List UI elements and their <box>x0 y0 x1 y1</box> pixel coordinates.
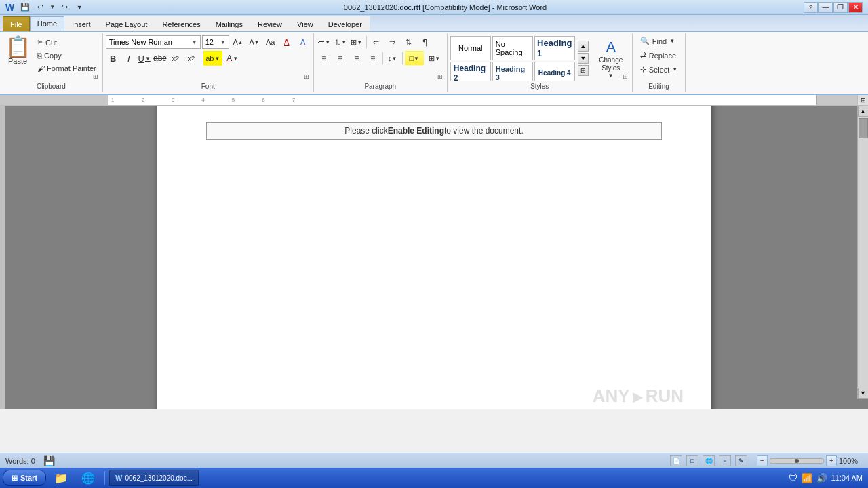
bold-button[interactable]: B <box>106 51 121 66</box>
decrease-indent-button[interactable]: ⇐ <box>369 35 384 49</box>
font-size-box[interactable]: 12 ▼ <box>202 35 229 49</box>
right-scrollbar-track[interactable]: ▲ ▼ <box>857 106 868 399</box>
bullets-button[interactable]: ≔▼ <box>317 35 332 49</box>
paste-button[interactable]: 📋 Paste <box>3 35 33 78</box>
scroll-up-button[interactable]: ▲ <box>858 106 869 117</box>
italic-button[interactable]: I <box>121 51 136 66</box>
change-case-button[interactable]: Aa <box>263 35 278 49</box>
zoom-percent: 100% <box>839 457 863 465</box>
font-color-button[interactable]: A▼ <box>223 51 242 66</box>
style-heading1[interactable]: Heading 1 <box>534 36 575 60</box>
find-button[interactable]: 🔍 Find ▼ <box>635 35 679 47</box>
tab-row: File Home Insert Page Layout References … <box>0 15 868 31</box>
taskbar-browser-button[interactable]: 🌐 <box>76 470 100 486</box>
font-name-box[interactable]: Times New Roman ▼ <box>106 35 201 49</box>
scrollbar-thumb[interactable] <box>859 118 868 138</box>
save-button[interactable]: 💾 <box>18 1 32 14</box>
text-effects-button[interactable]: A <box>296 35 311 49</box>
shrink-font-button[interactable]: A▼ <box>247 35 262 49</box>
show-paragraph-marks-button[interactable]: ¶ <box>418 35 433 49</box>
font-expander[interactable]: ⊞ <box>304 73 312 81</box>
align-right-button[interactable]: ≡ <box>349 51 364 66</box>
tray-clock: 11:04 AM <box>831 474 863 482</box>
increase-indent-button[interactable]: ⇒ <box>385 35 400 49</box>
text-highlight-button[interactable]: ab▼ <box>203 51 222 66</box>
redo-button[interactable]: ↪ <box>58 1 71 14</box>
superscript-button[interactable]: x2 <box>184 51 199 66</box>
style-heading3[interactable]: Heading 3 <box>492 62 533 81</box>
help-button[interactable]: ? <box>804 2 818 13</box>
style-heading4[interactable]: Heading 4 <box>534 62 575 81</box>
tab-view[interactable]: View <box>290 16 321 31</box>
line-spacing-button[interactable]: ↕▼ <box>385 51 400 66</box>
scroll-down-button[interactable]: ▼ <box>858 388 869 399</box>
minimize-button[interactable]: — <box>818 2 833 13</box>
sort-button[interactable]: ⇅ <box>401 35 416 49</box>
clear-format-button[interactable]: A <box>279 35 294 49</box>
word-count: Words: 0 <box>5 457 35 465</box>
format-painter-icon: 🖌 <box>37 64 45 73</box>
undo-dropdown[interactable]: ▼ <box>48 1 56 14</box>
underline-button[interactable]: U▼ <box>137 51 152 66</box>
tab-page-layout[interactable]: Page Layout <box>98 16 155 31</box>
zoom-out-button[interactable]: − <box>757 455 768 466</box>
borders-button[interactable]: ⊞▼ <box>425 51 444 66</box>
styles-scroll-down[interactable]: ▼ <box>578 53 589 64</box>
vertical-scrollbar[interactable] <box>0 106 5 409</box>
tab-developer[interactable]: Developer <box>321 16 370 31</box>
format-painter-button[interactable]: 🖌 Format Painter <box>34 62 100 75</box>
strikethrough-button[interactable]: abc <box>153 51 167 66</box>
clipboard-expander[interactable]: ⊞ <box>93 73 101 81</box>
style-normal[interactable]: Normal <box>450 36 491 60</box>
shading-button[interactable]: □▼ <box>405 51 424 66</box>
styles-expander[interactable]: ⊞ <box>623 73 631 81</box>
view-mode-outline[interactable]: ≡ <box>719 455 731 466</box>
taskbar-word-button[interactable]: W 0062_13012020.doc... <box>109 470 199 486</box>
paragraph-expander[interactable]: ⊞ <box>437 73 446 81</box>
cut-button[interactable]: ✂ Cut <box>34 36 100 49</box>
start-button[interactable]: ⊞ Start <box>3 470 46 486</box>
tab-home[interactable]: Home <box>30 16 64 31</box>
subscript-button[interactable]: x2 <box>168 51 183 66</box>
customize-qat[interactable]: ▼ <box>73 1 86 14</box>
align-left-button[interactable]: ≡ <box>317 51 332 66</box>
justify-button[interactable]: ≡ <box>366 51 380 66</box>
restore-button[interactable]: ❐ <box>833 2 848 13</box>
styles-more[interactable]: ⊞ <box>578 65 589 76</box>
style-no-spacing[interactable]: No Spacing <box>492 36 533 60</box>
view-mode-full[interactable]: □ <box>686 455 698 466</box>
select-button[interactable]: ⊹ Select ▼ <box>635 63 683 76</box>
tab-mailings[interactable]: Mailings <box>208 16 250 31</box>
enable-editing-bar: Please click Enable Editing to view the … <box>206 122 662 140</box>
tab-references[interactable]: References <box>155 16 208 31</box>
underline-dropdown[interactable]: ▼ <box>145 56 151 62</box>
copy-button[interactable]: ⎘ Copy <box>34 49 100 62</box>
enable-editing-suffix: to view the document. <box>444 126 524 136</box>
tab-file[interactable]: File <box>3 16 30 31</box>
tab-insert[interactable]: Insert <box>64 16 98 31</box>
numbering-button[interactable]: ⒈▼ <box>333 35 348 49</box>
zoom-slider-thumb[interactable] <box>795 459 799 463</box>
zoom-in-button[interactable]: + <box>826 455 837 466</box>
grow-font-button[interactable]: A▲ <box>231 35 245 49</box>
multilevel-list-button[interactable]: ⊞▼ <box>349 35 364 49</box>
close-button[interactable]: ✕ <box>848 2 863 13</box>
vertical-ruler-toggle[interactable]: ⊞ <box>857 95 868 105</box>
zoom-slider[interactable] <box>770 458 824 464</box>
status-save-button[interactable]: 💾 <box>43 455 55 466</box>
taskbar-explorer-button[interactable]: 📁 <box>49 470 73 486</box>
style-heading2[interactable]: Heading 2 <box>450 62 491 81</box>
taskbar: ⊞ Start 📁 🌐 W 0062_13012020.doc... 🛡 📶 🔊… <box>0 468 868 488</box>
view-mode-web[interactable]: 🌐 <box>703 455 715 466</box>
align-center-button[interactable]: ≡ <box>333 51 348 66</box>
undo-button[interactable]: ↩ <box>33 1 47 14</box>
replace-button[interactable]: ⇄ Replace <box>635 49 681 62</box>
view-mode-print[interactable]: 📄 <box>670 455 682 466</box>
window-controls: ? — ❐ ✕ <box>804 2 863 13</box>
find-icon: 🔍 <box>640 37 650 45</box>
styles-scroll-up[interactable]: ▲ <box>578 41 589 52</box>
para-row-2: ≡ ≡ ≡ ≡ ↕▼ □▼ ⊞▼ <box>317 51 444 66</box>
tab-review[interactable]: Review <box>250 16 290 31</box>
view-mode-draft[interactable]: ✎ <box>735 455 747 466</box>
enable-editing-bold-text: Enable Editing <box>388 126 444 136</box>
